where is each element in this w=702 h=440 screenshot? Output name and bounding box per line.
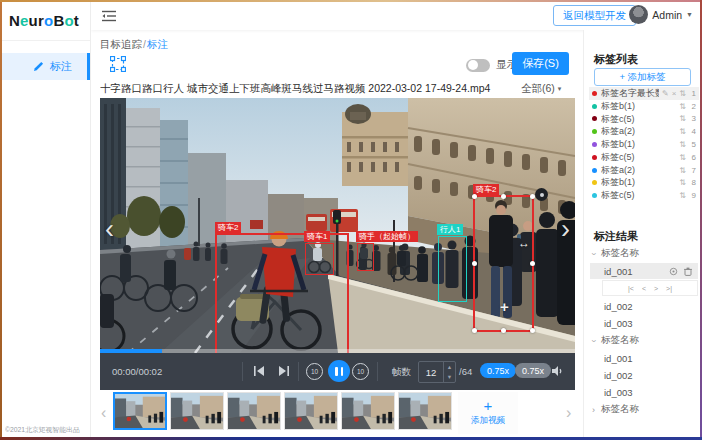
result-item[interactable]: id_002 xyxy=(590,367,698,383)
resize-handle[interactable] xyxy=(530,328,535,333)
result-group-header[interactable]: ›标签名称 xyxy=(590,332,698,349)
video-thumbnail[interactable] xyxy=(113,392,167,430)
video-thumbnail[interactable] xyxy=(398,392,452,430)
video-canvas[interactable]: 骑车2 骑车1 骑手（起始帧） 行人1 骑车2 ↔ + ‹ › xyxy=(100,98,575,353)
last-frame-icon[interactable]: >| xyxy=(666,285,672,292)
tag-list-item[interactable]: 标签b(1)⇅8 xyxy=(589,177,699,190)
resize-handle[interactable] xyxy=(501,328,506,333)
pencil-icon xyxy=(33,61,44,72)
strip-prev-chevron[interactable]: ‹ xyxy=(101,404,106,422)
chevron-down-icon: ▼ xyxy=(686,11,693,18)
resize-handle[interactable] xyxy=(501,194,506,199)
speed-pill-active[interactable]: 0.75x xyxy=(480,363,516,378)
resize-handle[interactable] xyxy=(530,261,535,266)
chevron-icon: › xyxy=(589,337,599,344)
frame-value[interactable]: 12 xyxy=(419,362,443,382)
prev-frame-icon[interactable]: < xyxy=(642,285,646,292)
logo-letter: B xyxy=(53,12,64,29)
breadcrumb-current[interactable]: 标注 xyxy=(147,38,168,50)
first-frame-icon[interactable]: |< xyxy=(628,285,634,292)
sort-icon[interactable]: ⇅ xyxy=(679,102,686,111)
sort-icon[interactable]: ⇅ xyxy=(679,178,686,187)
frame-count-label: 帧数 xyxy=(392,366,411,379)
speed-pill-inactive[interactable]: 0.75x xyxy=(515,363,551,378)
video-progress-bar[interactable] xyxy=(100,349,575,353)
sort-icon[interactable]: ⇅ xyxy=(679,89,686,98)
sort-icon[interactable]: ⇅ xyxy=(679,166,686,175)
add-video-button[interactable]: + 添加视频 xyxy=(458,392,518,434)
replay-10-button[interactable]: 10 xyxy=(306,363,323,380)
pause-button[interactable] xyxy=(328,360,350,382)
result-id: id_002 xyxy=(604,301,698,312)
trash-icon[interactable] xyxy=(684,267,692,276)
result-item[interactable]: id_002 xyxy=(590,298,698,314)
sort-icon[interactable]: ⇅ xyxy=(679,153,686,162)
frame-pagination: |<<>>| xyxy=(602,280,698,296)
forward-10-button[interactable]: 10 xyxy=(352,363,369,380)
video-thumbnail[interactable] xyxy=(284,392,338,430)
step-down-icon[interactable]: ▼ xyxy=(444,372,455,382)
logo-letter: o xyxy=(64,12,73,29)
show-annotation-switch[interactable] xyxy=(466,59,490,72)
sort-icon[interactable]: ⇅ xyxy=(679,127,686,136)
result-id: id_003 xyxy=(604,318,698,329)
tag-list-item[interactable]: 标签a(2)⇅4 xyxy=(589,125,699,138)
resize-handle[interactable] xyxy=(472,194,477,199)
tag-list-item[interactable]: 标签a(2)⇅7 xyxy=(589,164,699,177)
tag-list-item[interactable]: 标签名字最长数...✎×⇅1 xyxy=(589,87,699,100)
annotation-app-window: NeuroBot 标注 ©2021北京矩视智能出品 返回模型开发 Admin ▼… xyxy=(0,0,702,440)
filter-dropdown[interactable]: 全部(6) ▾ xyxy=(521,82,561,96)
box-control-icon[interactable] xyxy=(535,188,548,201)
tag-list-item[interactable]: 标签c(5)⇅3 xyxy=(589,113,699,126)
sort-icon[interactable]: ⇅ xyxy=(679,114,686,123)
next-frame-icon[interactable]: > xyxy=(654,285,658,292)
result-item[interactable]: id_001 xyxy=(590,263,698,279)
sidebar-item-annotate[interactable]: 标注 xyxy=(0,53,90,80)
prev-video-chevron[interactable]: ‹ xyxy=(105,216,114,243)
video-thumbnail[interactable] xyxy=(227,392,281,430)
video-thumbnail[interactable] xyxy=(341,392,395,430)
result-item[interactable]: id_003 xyxy=(590,384,698,400)
annotation-box[interactable]: 骑车1 xyxy=(305,243,334,275)
save-button[interactable]: 保存(S) xyxy=(512,52,569,75)
bounding-box-tool-icon[interactable] xyxy=(110,56,126,76)
tag-index: 3 xyxy=(689,114,696,123)
result-group-header[interactable]: ›标签名称 xyxy=(590,245,698,262)
next-frame-button[interactable] xyxy=(277,365,290,377)
tag-index: 6 xyxy=(689,153,696,162)
back-to-model-dev-button[interactable]: 返回模型开发 xyxy=(553,5,636,26)
avatar xyxy=(629,5,648,24)
next-video-chevron[interactable]: › xyxy=(561,216,570,243)
sort-icon[interactable]: ⇅ xyxy=(679,140,686,149)
resize-handle[interactable] xyxy=(472,328,477,333)
user-menu[interactable]: Admin ▼ xyxy=(629,5,693,24)
breadcrumb-parent[interactable]: 目标追踪 xyxy=(100,38,142,50)
tag-list-item[interactable]: 标签c(5)⇅6 xyxy=(589,151,699,164)
step-up-icon[interactable]: ▲ xyxy=(444,362,455,372)
sort-icon[interactable]: ⇅ xyxy=(679,191,686,200)
tag-list-item[interactable]: 标签c(5)⇅9 xyxy=(589,189,699,202)
result-group-header[interactable]: ›标签名称 xyxy=(590,401,698,418)
tag-list-item[interactable]: 标签b(1)⇅2 xyxy=(589,100,699,113)
tag-color-dot xyxy=(592,168,597,173)
volume-icon[interactable] xyxy=(551,365,564,377)
frame-number-input[interactable]: 12 ▲▼ xyxy=(418,361,456,383)
neurobot-logo: NeuroBot xyxy=(0,0,90,41)
strip-next-chevron[interactable]: › xyxy=(566,404,571,422)
annotation-label: 行人1 xyxy=(437,224,463,235)
annotation-box[interactable]: 行人1 xyxy=(438,236,467,302)
locate-icon[interactable] xyxy=(669,267,678,276)
result-item[interactable]: id_001 xyxy=(590,350,698,366)
resize-handle[interactable] xyxy=(472,261,477,266)
annotation-box[interactable]: 骑手（起始帧） xyxy=(357,243,374,271)
copyright-footer: ©2021北京矩视智能出品 xyxy=(5,426,80,435)
add-tag-button[interactable]: + 添加标签 xyxy=(594,68,691,86)
result-group-name: 标签名称 xyxy=(601,247,639,260)
edit-icon[interactable]: ✎ xyxy=(662,89,669,98)
menu-fold-icon[interactable] xyxy=(102,8,116,26)
result-item[interactable]: id_003 xyxy=(590,315,698,331)
tag-list-item[interactable]: 标签b(1)⇅5 xyxy=(589,138,699,151)
delete-icon[interactable]: × xyxy=(672,89,677,98)
video-thumbnail[interactable] xyxy=(170,392,224,430)
prev-frame-button[interactable] xyxy=(253,365,266,377)
